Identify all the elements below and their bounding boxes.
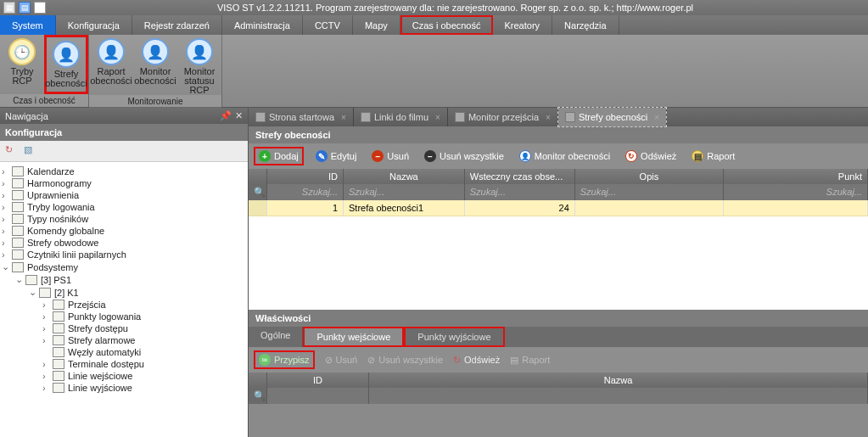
tree-item[interactable]: Strefy dostępu [42,322,246,334]
filter-id[interactable] [267,388,369,404]
tree-item-icon [12,166,24,176]
minus-all-icon: − [424,150,436,162]
tree-item[interactable]: [2] K1 [29,286,246,299]
report-icon: ▤ [692,150,703,162]
delete-all-button[interactable]: −Usuń wszystkie [421,148,507,164]
menu-system[interactable]: System [0,15,56,35]
main: Nawigacja 📌✕ Konfiguracja ↻ ▧ Kalendarze… [0,108,868,437]
filter-punkt[interactable]: Szukaj... [724,184,868,200]
filter-back[interactable]: Szukaj... [465,184,575,200]
ribbon-group-title: Monitorowanie [89,95,221,108]
close-icon[interactable]: × [654,113,659,122]
col-punkt[interactable]: Punkt [724,169,868,184]
search-icon[interactable]: 🔍 [249,184,267,200]
tree-item[interactable]: Kalendarze [2,165,246,177]
refresh-button[interactable]: ↻Odśwież [622,148,680,164]
menu-cctv[interactable]: CCTV [303,15,353,35]
delete-button[interactable]: ⊘Usuń [325,355,358,366]
menu-administracja[interactable]: Administracja [222,15,303,35]
tree-item[interactable]: Przejścia [42,299,246,311]
tree-item-icon [12,249,24,260]
title-icon-2: ▤ [19,2,31,14]
col-back[interactable]: Wsteczny czas obse... [465,169,575,184]
col-name[interactable]: Nazwa [344,169,465,184]
refresh-icon[interactable]: ↻ [5,144,19,158]
refresh-button[interactable]: ↻Odśwież [453,355,500,366]
ribbon-monitor-obecnosci[interactable]: 👤 Monitorobecności [133,35,177,95]
ribbon-tryby-rcp[interactable]: 🕒 TrybyRCP [0,35,44,94]
zone-grid[interactable]: ID Nazwa Wsteczny czas obse... Opis Punk… [249,169,868,310]
tree-item[interactable]: Typy nośników [2,213,246,225]
ribbon-monitor-status-rcp[interactable]: 👤 Monitorstatusu RCP [177,35,221,95]
tree-item[interactable]: Strefy alarmowe [42,334,246,346]
tree-item[interactable]: Czytniki linii papilarnych [2,249,246,261]
filter-name[interactable]: Szukaj... [344,184,465,200]
tab-strefy-obecnosci[interactable]: Strefy obecności× [558,108,667,126]
tree-item[interactable]: Tryby logowania [2,201,246,213]
tree-item[interactable]: Linie wejściowe [42,370,246,382]
ribbon-group-monitorowanie: 👤 Raportobecności 👤 Monitorobecności 👤 M… [89,35,222,107]
tab-punkty-wyjsciowe[interactable]: Punkty wyjściowe [404,327,504,347]
ribbon-raport-obecnosci[interactable]: 👤 Raportobecności [89,35,133,95]
tab-punkty-wejsciowe[interactable]: Punkty wejściowe [303,327,404,347]
search-icon[interactable]: 🔍 [249,388,267,404]
menu-narzedzia[interactable]: Narzędzia [552,15,619,35]
table-row[interactable]: 1 Strefa obecności1 24 [249,200,868,216]
close-icon[interactable]: × [546,113,551,122]
delete-all-button[interactable]: ⊘Usuń wszystkie [367,355,443,366]
col-id[interactable]: ID [267,169,344,184]
tree-item-label: Kalendarze [27,166,75,176]
col-name[interactable]: Nazwa [369,373,868,388]
tree-item[interactable]: Terminale dostępu [42,358,246,370]
tree-item[interactable]: [3] PS1 [15,273,246,286]
tree-item[interactable]: Harmonogramy [2,177,246,189]
tab-linki-do-filmu[interactable]: Linki do filmu× [354,108,448,126]
edit-button[interactable]: ✎Edytuj [312,148,361,164]
tree-item-label: Strefy dostępu [68,323,128,333]
menu-konfiguracja[interactable]: Konfiguracja [56,15,132,35]
tree-item-icon [12,178,24,188]
tab-strona-startowa[interactable]: Strona startowa× [249,108,354,126]
col-desc[interactable]: Opis [575,169,724,184]
delete-button[interactable]: −Usuń [368,148,412,164]
tree-item[interactable]: Węzły automatyki [42,346,246,358]
ribbon-label: obecności [90,76,132,86]
menu-czas-obecnosc[interactable]: Czas i obecność [400,15,493,35]
tree-item-icon [53,347,64,357]
filter-id[interactable]: Szukaj... [267,184,344,200]
tab-monitor-przejscia[interactable]: Monitor przejścia× [448,108,558,126]
menu-rejestr[interactable]: Rejestr zdarzeń [132,15,222,35]
tree-item-label: [2] K1 [54,288,79,298]
props-grid-header: ID Nazwa [249,373,868,388]
add-button[interactable]: +Dodaj [254,147,304,165]
tree-item[interactable]: Podsystemy [2,261,246,273]
content: Strona startowa× Linki do filmu× Monitor… [249,108,868,437]
stack-icon[interactable]: ▧ [24,144,37,158]
assign-button[interactable]: ∞Przypisz [254,350,315,369]
close-icon[interactable]: × [435,113,440,122]
monitor-button[interactable]: 👤Monitor obecności [516,148,613,164]
tree-item[interactable]: Komendy globalne [2,225,246,237]
ribbon-strefy-obecnosci[interactable]: 👤 Strefyobecności [44,35,88,94]
close-icon[interactable]: ✕ [235,110,243,121]
tree-item-icon [12,190,24,200]
filter-name[interactable] [369,388,868,404]
filter-desc[interactable]: Szukaj... [575,184,724,200]
close-icon[interactable]: × [341,113,346,122]
menu-kreatory[interactable]: Kreatory [493,15,553,35]
menu-mapy[interactable]: Mapy [353,15,400,35]
tree-item[interactable]: Punkty logowania [42,311,246,322]
tree-item[interactable]: Linie wyjściowe [42,382,246,394]
tree[interactable]: KalendarzeHarmonogramyUprawnieniaTryby l… [0,162,248,437]
link-icon: ∞ [259,354,271,366]
tree-item[interactable]: Uprawnienia [2,189,246,201]
col-id[interactable]: ID [267,373,369,388]
doctab-label: Linki do filmu [374,112,428,122]
report-button[interactable]: ▤Raport [688,148,738,164]
tab-ogolne[interactable]: Ogólne [249,327,303,347]
tree-item[interactable]: Strefy obwodowe [2,237,246,249]
tree-item-icon [12,214,24,224]
user-clock-icon: 👤 [186,38,213,65]
pin-icon[interactable]: 📌 [220,110,232,121]
report-button[interactable]: ▤Raport [510,355,550,366]
